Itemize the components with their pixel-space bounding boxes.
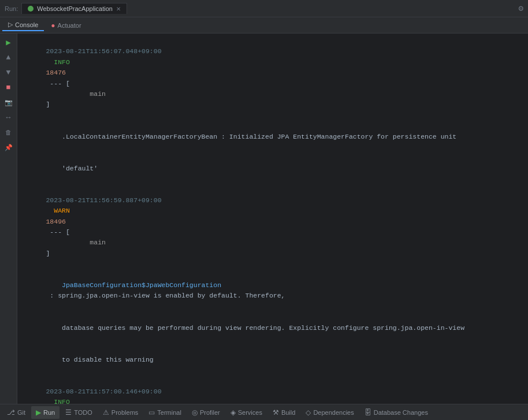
- database-icon: 🗄: [365, 408, 371, 417]
- build-icon: ⚒: [273, 408, 279, 417]
- log-line: 2023-08-21T11:57:00.146+09:00 INFO 18496…: [22, 376, 523, 404]
- rerun-button[interactable]: ▶: [2, 36, 15, 49]
- console-label: Console: [15, 21, 38, 28]
- pin-icon: 📌: [5, 144, 13, 151]
- status-todo[interactable]: ☰ TODO: [61, 406, 97, 419]
- wrap-button[interactable]: ↔: [2, 111, 15, 124]
- database-label: Database Changes: [374, 409, 428, 416]
- run-label: Run: [43, 409, 55, 416]
- dependencies-icon: ◇: [306, 408, 311, 417]
- tab-console[interactable]: ▷ Console: [2, 19, 44, 31]
- todo-icon: ☰: [65, 408, 72, 417]
- status-git[interactable]: ⎇ Git: [2, 406, 30, 419]
- rerun-icon: ▶: [6, 38, 10, 47]
- git-icon: ⎇: [7, 408, 15, 417]
- status-profiler[interactable]: ◎ Profiler: [187, 406, 225, 419]
- stop-button[interactable]: ■: [2, 81, 15, 94]
- scroll-down-button[interactable]: ▼: [2, 66, 15, 79]
- toolbar-tabs: ▷ Console ● Actuator: [2, 19, 87, 31]
- camera-icon: 📷: [5, 99, 13, 106]
- title-tab[interactable]: WebsocketPracApplication ✕: [21, 3, 127, 14]
- console-output: 2023-08-21T11:56:07.048+09:00 INFO 18476…: [17, 34, 528, 404]
- console-icon: ▷: [8, 21, 13, 28]
- profiler-icon: ◎: [192, 408, 198, 417]
- trash-icon: 🗑: [5, 129, 12, 136]
- stop-icon: ■: [6, 83, 11, 92]
- log-line: to disable this warning: [22, 344, 523, 376]
- scroll-down-icon: ▼: [6, 68, 11, 77]
- screenshot-button[interactable]: 📷: [2, 96, 15, 109]
- log-line: 2023-08-21T11:56:59.887+09:00 WARN 18496…: [22, 184, 523, 269]
- actuator-icon: ●: [51, 21, 55, 29]
- run-label: Run:: [5, 5, 18, 12]
- git-label: Git: [17, 409, 25, 416]
- status-services[interactable]: ◈ Services: [226, 406, 267, 419]
- side-toolbar: ▶ ▲ ▼ ■ 📷 ↔ 🗑 📌: [0, 34, 17, 404]
- status-database[interactable]: 🗄 Database Changes: [360, 406, 433, 419]
- settings-icon[interactable]: ⚙: [519, 3, 523, 13]
- problems-label: Problems: [111, 409, 138, 416]
- tab-close-button[interactable]: ✕: [116, 6, 121, 12]
- main-area: ▶ ▲ ▼ ■ 📷 ↔ 🗑 📌 2023-08-21T11:56:07.048+…: [0, 34, 528, 404]
- clear-button[interactable]: 🗑: [2, 126, 15, 139]
- log-line: database queries may be performed during…: [22, 312, 523, 344]
- title-bar: Run: WebsocketPracApplication ✕ ⚙: [0, 0, 528, 17]
- problems-icon: ⚠: [103, 408, 109, 417]
- log-line: JpaBaseConfiguration$JpaWebConfiguration…: [22, 270, 523, 313]
- run-status-icon: ▶: [36, 408, 41, 417]
- scroll-up-icon: ▲: [6, 53, 11, 62]
- log-line: 'default': [22, 153, 523, 184]
- services-icon: ◈: [230, 408, 236, 417]
- build-label: Build: [281, 409, 295, 416]
- services-label: Services: [238, 409, 262, 416]
- status-build[interactable]: ⚒ Build: [268, 406, 300, 419]
- todo-label: TODO: [74, 409, 92, 416]
- terminal-icon: ▭: [148, 408, 155, 417]
- log-line: .LocalContainerEntityManagerFactoryBean …: [22, 121, 523, 153]
- profiler-label: Profiler: [200, 409, 220, 416]
- log-line: 2023-08-21T11:56:07.048+09:00 INFO 18476…: [22, 36, 523, 121]
- terminal-label: Terminal: [157, 409, 181, 416]
- status-bar: ⎇ Git ▶ Run ☰ TODO ⚠ Problems ▭ Terminal…: [0, 404, 528, 420]
- tab-name: WebsocketPracApplication: [37, 5, 113, 12]
- wrap-icon: ↔: [6, 113, 11, 122]
- app-status-icon: [28, 6, 34, 12]
- status-run[interactable]: ▶ Run: [31, 406, 60, 419]
- dependencies-label: Dependencies: [313, 409, 354, 416]
- status-terminal[interactable]: ▭ Terminal: [144, 406, 186, 419]
- title-bar-left: Run: WebsocketPracApplication ✕: [5, 3, 127, 14]
- pin-button[interactable]: 📌: [2, 141, 15, 154]
- actuator-label: Actuator: [58, 22, 81, 29]
- scroll-up-button[interactable]: ▲: [2, 51, 15, 64]
- tab-actuator[interactable]: ● Actuator: [45, 20, 87, 31]
- status-problems[interactable]: ⚠ Problems: [98, 406, 143, 419]
- toolbar: ▷ Console ● Actuator: [0, 17, 528, 34]
- status-dependencies[interactable]: ◇ Dependencies: [301, 406, 358, 419]
